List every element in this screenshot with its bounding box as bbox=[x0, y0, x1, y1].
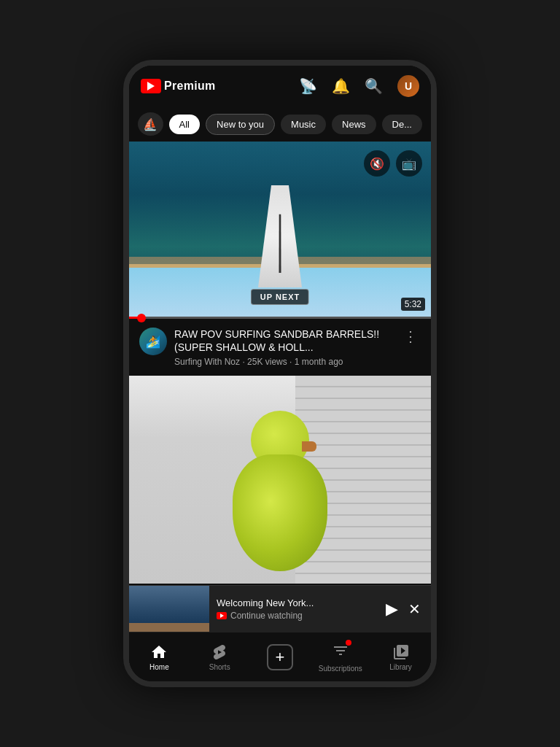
avatar[interactable]: U bbox=[397, 75, 419, 97]
channel-name[interactable]: Surfing With Noz bbox=[174, 357, 240, 367]
library-icon bbox=[392, 643, 410, 661]
progress-dot bbox=[137, 314, 146, 322]
header: Premium 📡 🔔 🔍 U bbox=[129, 66, 431, 107]
cast-icon[interactable]: 📡 bbox=[299, 77, 317, 95]
mini-continue-label: Continue watching bbox=[230, 611, 303, 621]
progress-bar[interactable] bbox=[129, 317, 431, 319]
more-options-button[interactable]: ⋮ bbox=[400, 328, 421, 367]
header-actions: 📡 🔔 🔍 U bbox=[299, 75, 419, 97]
mini-play-button[interactable]: ▶ bbox=[386, 600, 398, 619]
shorts-label: Shorts bbox=[209, 663, 230, 671]
bird-beak bbox=[302, 441, 316, 452]
video-title: RAW POV SURFING SANDBAR BARRELS!! (SUPER… bbox=[174, 328, 393, 354]
mini-player-controls: ▶ ✕ bbox=[386, 600, 431, 619]
chip-all[interactable]: All bbox=[169, 115, 200, 134]
up-next-badge: UP NEXT bbox=[251, 289, 309, 305]
chip-music[interactable]: Music bbox=[281, 115, 326, 134]
add-icon: + bbox=[267, 644, 293, 670]
video-age-sep: · bbox=[289, 357, 295, 367]
mini-player-info: Welcoming New York... Continue watching bbox=[217, 597, 378, 621]
chip-more[interactable]: De... bbox=[382, 115, 422, 134]
premium-label: Premium bbox=[164, 80, 216, 93]
bell-icon[interactable]: 🔔 bbox=[332, 77, 350, 95]
subscriptions-icon-wrapper bbox=[332, 642, 349, 662]
bird-body bbox=[233, 454, 327, 571]
mini-premium-icon bbox=[217, 612, 227, 619]
yt-icon bbox=[141, 79, 161, 93]
app-container: Premium 📡 🔔 🔍 U ⛵ All New to you Music N… bbox=[129, 66, 431, 681]
mini-player[interactable]: Welcoming New York... Continue watching … bbox=[129, 585, 431, 632]
nav-subscriptions[interactable]: Subscriptions bbox=[310, 642, 370, 673]
notification-dot bbox=[346, 640, 351, 646]
video-age: 1 month ago bbox=[295, 357, 343, 367]
library-label: Library bbox=[389, 663, 412, 671]
video-info: 🏄 RAW POV SURFING SANDBAR BARRELS!! (SUP… bbox=[129, 319, 431, 376]
channel-avatar[interactable]: 🏄 bbox=[139, 328, 167, 355]
mini-thumb-visual bbox=[129, 586, 209, 632]
mini-thumb bbox=[129, 586, 209, 632]
nav-shorts[interactable]: Shorts bbox=[190, 643, 250, 671]
home-label: Home bbox=[149, 663, 169, 671]
surfboard-line-visual bbox=[279, 214, 281, 273]
video-views: 25K views bbox=[247, 357, 287, 367]
video-overlay-controls: 🔇 📺 bbox=[364, 150, 422, 177]
nav-add[interactable]: + bbox=[250, 644, 311, 670]
video-text-info: RAW POV SURFING SANDBAR BARRELS!! (SUPER… bbox=[174, 328, 393, 367]
mini-player-sub: Continue watching bbox=[217, 611, 378, 621]
subscriptions-label: Subscriptions bbox=[319, 665, 362, 673]
chip-news[interactable]: News bbox=[332, 115, 376, 134]
video-meta: Surfing With Noz · 25K views · 1 month a… bbox=[174, 357, 393, 367]
bird-visual bbox=[214, 411, 346, 571]
nav-library[interactable]: Library bbox=[370, 643, 431, 671]
video-player[interactable]: 🔇 📺 UP NEXT 5:32 bbox=[129, 142, 431, 317]
bottom-nav: Home Shorts + Subscr bbox=[129, 632, 431, 681]
search-icon[interactable]: 🔍 bbox=[365, 77, 383, 95]
explore-chip[interactable]: ⛵ bbox=[138, 112, 163, 136]
mute-button[interactable]: 🔇 bbox=[364, 150, 390, 177]
captions-button[interactable]: 📺 bbox=[396, 150, 422, 177]
shorts-icon bbox=[211, 643, 228, 661]
phone-frame: Premium 📡 🔔 🔍 U ⛵ All New to you Music N… bbox=[123, 60, 437, 687]
filter-bar: ⛵ All New to you Music News De... bbox=[129, 107, 431, 142]
bird-video-background bbox=[129, 376, 431, 584]
youtube-logo[interactable]: Premium bbox=[141, 79, 216, 93]
mini-player-title: Welcoming New York... bbox=[217, 597, 378, 608]
nav-home[interactable]: Home bbox=[129, 643, 190, 671]
mini-close-button[interactable]: ✕ bbox=[408, 600, 421, 618]
channel-avatar-img: 🏄 bbox=[139, 328, 167, 355]
second-video[interactable] bbox=[129, 376, 431, 584]
chip-new-to-you[interactable]: New to you bbox=[206, 114, 275, 135]
header-logo-area: Premium bbox=[141, 79, 216, 93]
duration-badge: 5:32 bbox=[401, 298, 425, 311]
home-icon bbox=[150, 643, 168, 661]
